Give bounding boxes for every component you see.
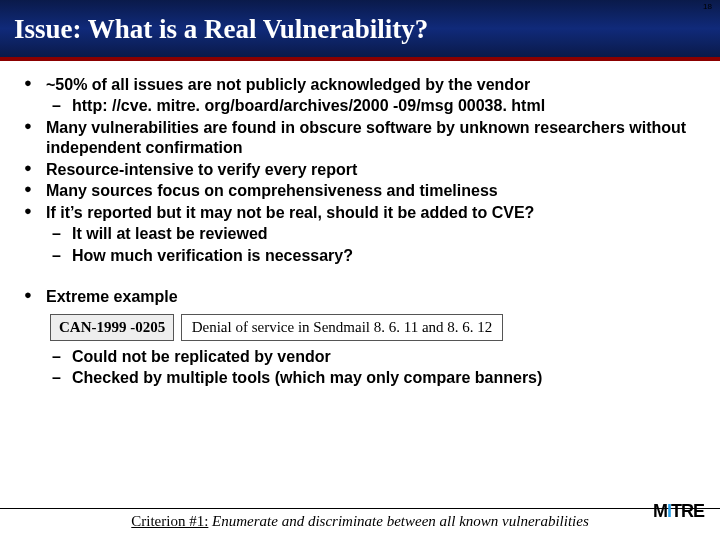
sub-bullet-item: http: //cve. mitre. org/board/archives/2… (52, 96, 700, 116)
sub-bullet-item: It will at least be reviewed (52, 224, 700, 244)
slide: 18 Issue: What is a Real Vulnerability? … (0, 0, 720, 540)
bullet-item: ~50% of all issues are not publicly ackn… (24, 75, 700, 95)
footer: Criterion #1: Enumerate and discriminate… (0, 508, 720, 530)
slide-body: ~50% of all issues are not publicly ackn… (0, 61, 720, 389)
sub-bullet-item: Checked by multiple tools (which may onl… (52, 368, 700, 388)
bullet-item: Resource-intensive to verify every repor… (24, 160, 700, 180)
bullet-item: Extreme example (24, 287, 700, 307)
criterion-body: Enumerate and discriminate between all k… (208, 513, 588, 529)
logo-letters: TRE (671, 501, 704, 521)
criterion-label: Criterion #1: (131, 513, 208, 529)
sub-bullet-item: How much verification is necessary? (52, 246, 700, 266)
criterion-text: Criterion #1: Enumerate and discriminate… (0, 513, 720, 530)
bullet-item: Many sources focus on comprehensiveness … (24, 181, 700, 201)
sub-bullet-item: Could not be replicated by vendor (52, 347, 700, 367)
example-row: CAN-1999 -0205 Denial of service in Send… (50, 314, 700, 341)
can-desc-cell: Denial of service in Sendmail 8. 6. 11 a… (181, 314, 504, 341)
bullet-item: Many vulnerabilities are found in obscur… (24, 118, 700, 159)
page-number: 18 (703, 2, 712, 11)
logo-letter: M (653, 501, 667, 521)
mitre-logo: MITRE (653, 501, 704, 522)
bullet-item: If it’s reported but it may not be real,… (24, 203, 700, 223)
slide-title: Issue: What is a Real Vulnerability? (0, 0, 720, 61)
can-id-cell: CAN-1999 -0205 (50, 314, 174, 341)
